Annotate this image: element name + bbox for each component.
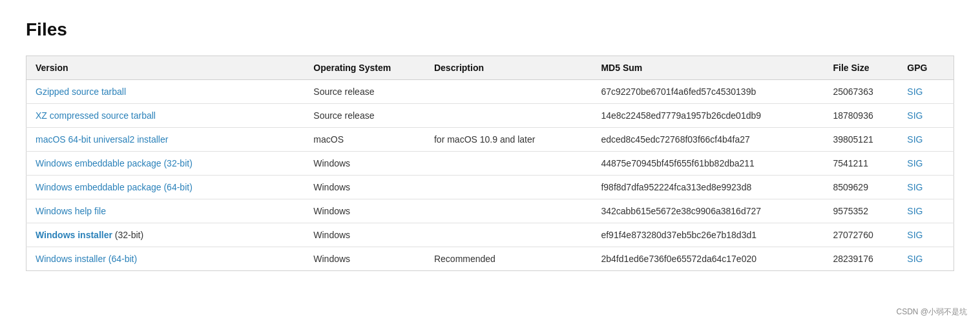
md5-cell: 67c92270be6701f4a6fed57c4530139b bbox=[592, 80, 824, 104]
filesize-cell: 27072760 bbox=[824, 223, 898, 247]
col-header-version: Version bbox=[26, 56, 305, 80]
gpg-cell: SIG bbox=[898, 128, 954, 152]
version-cell: XZ compressed source tarball bbox=[26, 104, 305, 128]
gpg-cell: SIG bbox=[898, 152, 954, 176]
table-row: macOS 64-bit universal2 installermacOSfo… bbox=[26, 128, 954, 152]
description-cell bbox=[425, 104, 592, 128]
version-link[interactable]: Windows installer (64-bit) bbox=[36, 254, 137, 264]
table-row: Windows installer (64-bit)WindowsRecomme… bbox=[26, 247, 954, 271]
table-row: Windows installer (32-bit)Windowsef91f4e… bbox=[26, 223, 954, 247]
filesize-cell: 7541211 bbox=[824, 152, 898, 176]
description-cell bbox=[425, 152, 592, 176]
table-row: Windows embeddable package (64-bit)Windo… bbox=[26, 176, 954, 199]
version-cell: Gzipped source tarball bbox=[26, 80, 305, 104]
filesize-cell: 39805121 bbox=[824, 128, 898, 152]
sig-link[interactable]: SIG bbox=[907, 134, 923, 145]
gpg-cell: SIG bbox=[898, 104, 954, 128]
version-cell: Windows embeddable package (64-bit) bbox=[26, 176, 305, 199]
col-header-os: Operating System bbox=[304, 56, 425, 80]
version-link[interactable]: XZ compressed source tarball bbox=[36, 110, 156, 121]
filesize-cell: 8509629 bbox=[824, 176, 898, 199]
description-cell bbox=[425, 176, 592, 199]
md5-cell: edced8c45edc72768f03f66cf4b4fa27 bbox=[592, 128, 824, 152]
table-header-row: Version Operating System Description MD5… bbox=[26, 56, 954, 80]
version-link[interactable]: Windows embeddable package (32-bit) bbox=[36, 158, 193, 168]
md5-cell: 14e8c22458ed7779a1957b26cde01db9 bbox=[592, 104, 824, 128]
gpg-cell: SIG bbox=[898, 223, 954, 247]
os-cell: Windows bbox=[304, 152, 425, 176]
version-cell: Windows installer (64-bit) bbox=[26, 247, 305, 271]
version-link-bold[interactable]: Windows installer bbox=[36, 230, 112, 240]
md5-cell: 44875e70945bf45f655f61bb82dba211 bbox=[592, 152, 824, 176]
table-row: Windows embeddable package (32-bit)Windo… bbox=[26, 152, 954, 176]
sig-link[interactable]: SIG bbox=[907, 110, 923, 121]
table-row: Gzipped source tarballSource release67c9… bbox=[26, 80, 954, 104]
version-cell: macOS 64-bit universal2 installer bbox=[26, 128, 305, 152]
table-row: XZ compressed source tarballSource relea… bbox=[26, 104, 954, 128]
sig-link[interactable]: SIG bbox=[907, 182, 923, 192]
description-cell bbox=[425, 80, 592, 104]
description-cell: for macOS 10.9 and later bbox=[425, 128, 592, 152]
version-link[interactable]: Gzipped source tarball bbox=[36, 86, 126, 97]
description-cell: Recommended bbox=[425, 247, 592, 271]
version-link[interactable]: Windows embeddable package (64-bit) bbox=[36, 182, 193, 192]
sig-link[interactable]: SIG bbox=[907, 158, 923, 168]
version-link[interactable]: macOS 64-bit universal2 installer bbox=[36, 134, 168, 145]
version-link[interactable]: Windows help file bbox=[36, 206, 106, 216]
sig-link[interactable]: SIG bbox=[907, 230, 923, 240]
gpg-cell: SIG bbox=[898, 247, 954, 271]
sig-link[interactable]: SIG bbox=[907, 206, 923, 216]
version-suffix: (32-bit) bbox=[112, 230, 143, 240]
col-header-filesize: File Size bbox=[824, 56, 898, 80]
filesize-cell: 28239176 bbox=[824, 247, 898, 271]
md5-cell: 2b4fd1ed6e736f0e65572da64c17e020 bbox=[592, 247, 824, 271]
os-cell: Windows bbox=[304, 176, 425, 199]
md5-cell: 342cabb615e5672e38c9906a3816d727 bbox=[592, 199, 824, 223]
filesize-cell: 25067363 bbox=[824, 80, 898, 104]
version-cell: Windows installer (32-bit) bbox=[26, 223, 305, 247]
os-cell: Source release bbox=[304, 80, 425, 104]
md5-cell: ef91f4e873280d37eb5bc26e7b18d3d1 bbox=[592, 223, 824, 247]
os-cell: Windows bbox=[304, 199, 425, 223]
os-cell: macOS bbox=[304, 128, 425, 152]
files-table: Version Operating System Description MD5… bbox=[26, 56, 954, 271]
version-cell: Windows help file bbox=[26, 199, 305, 223]
filesize-cell: 18780936 bbox=[824, 104, 898, 128]
os-cell: Windows bbox=[304, 223, 425, 247]
gpg-cell: SIG bbox=[898, 199, 954, 223]
sig-link[interactable]: SIG bbox=[907, 254, 923, 264]
description-cell bbox=[425, 223, 592, 247]
col-header-description: Description bbox=[425, 56, 592, 80]
table-row: Windows help fileWindows342cabb615e5672e… bbox=[26, 199, 954, 223]
col-header-gpg: GPG bbox=[898, 56, 954, 80]
gpg-cell: SIG bbox=[898, 80, 954, 104]
md5-cell: f98f8d7dfa952224fca313ed8e9923d8 bbox=[592, 176, 824, 199]
description-cell bbox=[425, 199, 592, 223]
os-cell: Windows bbox=[304, 247, 425, 271]
gpg-cell: SIG bbox=[898, 176, 954, 199]
sig-link[interactable]: SIG bbox=[907, 86, 923, 97]
version-cell: Windows embeddable package (32-bit) bbox=[26, 152, 305, 176]
page-title: Files bbox=[26, 19, 954, 40]
filesize-cell: 9575352 bbox=[824, 199, 898, 223]
col-header-md5: MD5 Sum bbox=[592, 56, 824, 80]
os-cell: Source release bbox=[304, 104, 425, 128]
